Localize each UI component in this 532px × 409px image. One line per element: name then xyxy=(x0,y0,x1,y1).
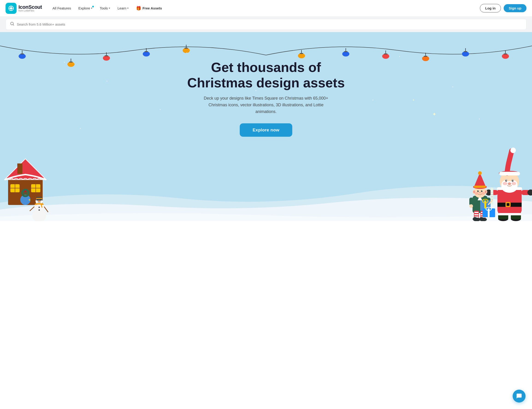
svg-rect-105 xyxy=(474,212,478,213)
chevron-down-icon: ▾ xyxy=(91,7,92,10)
svg-rect-10 xyxy=(20,54,24,54)
svg-point-131 xyxy=(478,191,479,191)
svg-rect-31 xyxy=(384,54,387,54)
svg-rect-60 xyxy=(36,199,43,200)
svg-line-67 xyxy=(30,207,34,211)
hero-subtitle: Deck up your designs like Times Square o… xyxy=(202,95,330,115)
gift-icon: 🎁 xyxy=(136,6,141,11)
hero-title: Get thousands of Christmas design assets xyxy=(187,60,345,90)
svg-line-7 xyxy=(13,25,14,26)
chevron-down-icon: ▾ xyxy=(127,7,129,10)
hero-content: Get thousands of Christmas design assets… xyxy=(183,60,349,137)
snowflake: • xyxy=(373,98,374,102)
svg-rect-37 xyxy=(464,51,467,52)
svg-rect-61 xyxy=(37,198,42,199)
svg-point-1 xyxy=(10,7,12,9)
svg-rect-44 xyxy=(17,163,22,174)
svg-rect-40 xyxy=(504,54,507,54)
snowflake: • xyxy=(186,51,187,55)
svg-point-24 xyxy=(298,53,305,58)
svg-point-62 xyxy=(37,200,38,201)
search-icon xyxy=(10,21,15,27)
svg-rect-28 xyxy=(344,51,348,52)
snowflake: • xyxy=(107,79,108,83)
svg-point-133 xyxy=(479,192,481,194)
svg-point-127 xyxy=(473,190,475,193)
svg-point-30 xyxy=(382,54,389,59)
svg-point-132 xyxy=(482,191,482,191)
nav-item-tools[interactable]: Tools ▾ xyxy=(97,4,113,12)
svg-rect-19 xyxy=(145,51,148,52)
svg-point-18 xyxy=(143,51,150,56)
svg-rect-13 xyxy=(69,62,73,63)
chevron-down-icon: ▾ xyxy=(109,7,110,10)
svg-rect-76 xyxy=(507,203,509,206)
nav-item-explore[interactable]: Explore ▾ xyxy=(75,4,96,12)
snowflake: • xyxy=(64,60,65,64)
svg-marker-41 xyxy=(5,159,46,180)
svg-line-68 xyxy=(44,207,48,212)
snowflake: • xyxy=(452,85,453,89)
snowflake: • xyxy=(399,55,400,58)
snowflake: • xyxy=(80,127,81,130)
svg-point-66 xyxy=(38,209,40,211)
right-decoration xyxy=(468,143,532,221)
svg-rect-34 xyxy=(424,56,427,57)
logo[interactable]: IconScout from LottieFiles xyxy=(6,3,42,14)
svg-point-9 xyxy=(19,54,26,59)
snowflake: • xyxy=(159,108,161,111)
svg-point-135 xyxy=(481,192,485,195)
sparkle-icon: ✦ xyxy=(432,111,436,117)
svg-point-27 xyxy=(342,51,349,56)
navbar: IconScout from LottieFiles All Features … xyxy=(0,0,532,17)
signup-button[interactable]: Sign up xyxy=(504,4,526,12)
search-bar xyxy=(0,17,532,32)
logo-icon xyxy=(6,3,17,14)
svg-rect-106 xyxy=(474,214,478,215)
svg-rect-122 xyxy=(488,208,490,217)
svg-point-12 xyxy=(67,62,74,67)
svg-point-97 xyxy=(503,182,507,185)
svg-point-46 xyxy=(29,199,30,201)
nav-actions: Log in Sign up xyxy=(480,4,526,12)
snowflake: • xyxy=(479,117,480,121)
explore-now-button[interactable]: Explore now xyxy=(240,123,292,137)
snow-ground xyxy=(0,161,532,221)
svg-rect-77 xyxy=(497,213,522,215)
logo-name: IconScout xyxy=(18,5,42,10)
login-button[interactable]: Log in xyxy=(480,4,501,12)
svg-rect-138 xyxy=(474,186,486,188)
svg-rect-22 xyxy=(184,48,188,49)
svg-point-92 xyxy=(508,182,511,185)
svg-point-100 xyxy=(510,148,516,153)
svg-point-36 xyxy=(462,51,469,56)
svg-rect-16 xyxy=(105,55,108,56)
svg-point-128 xyxy=(485,190,486,193)
svg-point-139 xyxy=(478,171,482,175)
svg-point-98 xyxy=(512,182,516,185)
svg-point-15 xyxy=(103,56,110,61)
sparkle-icon: ✦ xyxy=(412,98,415,102)
search-inner xyxy=(6,19,526,30)
new-dot-indicator xyxy=(92,6,94,7)
nav-item-free-assets[interactable]: 🎁 Free Assets xyxy=(133,4,165,13)
svg-point-55 xyxy=(24,190,26,192)
nav-links: All Features Explore ▾ Tools ▾ Learn ▾ 🎁… xyxy=(49,4,480,13)
search-input[interactable] xyxy=(17,22,522,26)
svg-point-63 xyxy=(40,200,41,201)
svg-point-65 xyxy=(38,207,40,208)
left-decoration xyxy=(0,147,51,221)
svg-point-33 xyxy=(422,56,429,61)
svg-point-95 xyxy=(506,180,507,181)
nav-item-learn[interactable]: Learn ▾ xyxy=(114,4,132,12)
svg-point-39 xyxy=(502,54,509,59)
nav-item-all-features[interactable]: All Features xyxy=(49,4,74,12)
svg-point-116 xyxy=(469,204,473,208)
svg-rect-101 xyxy=(499,172,520,176)
svg-point-134 xyxy=(475,192,478,195)
svg-rect-25 xyxy=(300,53,303,54)
svg-point-96 xyxy=(513,180,513,181)
hero-section: • • • • • • • • • • • ✦ ✦ Get thousands … xyxy=(0,32,532,221)
logo-sub: from LottieFiles xyxy=(18,10,42,12)
